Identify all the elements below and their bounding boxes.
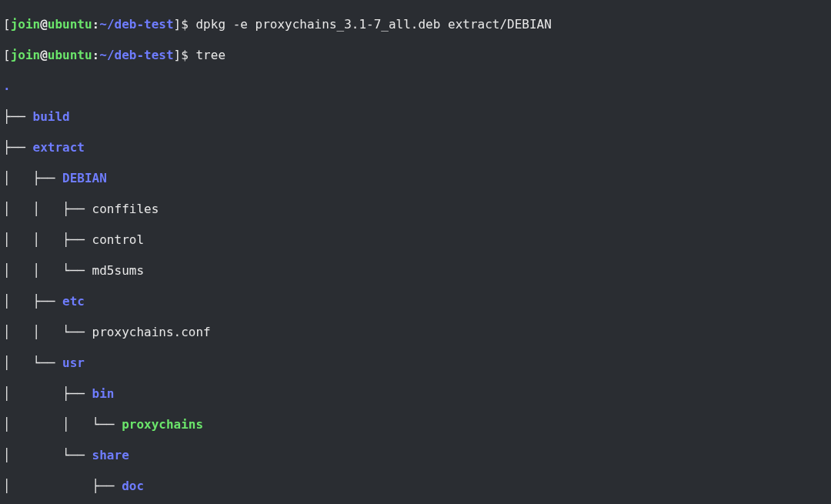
prompt-rbracket: ]	[174, 17, 182, 32]
tree-row: │ │ └── md5sums	[3, 263, 828, 279]
prompt-line-1: [join@ubuntu:~/deb-test]$ dpkg -e proxyc…	[3, 17, 828, 32]
tree-row: │ └── share	[3, 448, 828, 463]
command-1: dpkg -e proxychains_3.1-7_all.deb extrac…	[195, 17, 551, 32]
tree-row: │ ├── bin	[3, 386, 828, 402]
dir-share: share	[92, 448, 129, 462]
dir-debian: DEBIAN	[62, 171, 107, 185]
tree-row: │ │ └── proxychains	[3, 417, 828, 432]
file-conffiles: conffiles	[92, 202, 159, 216]
dir-usr: usr	[62, 355, 85, 370]
tree-root: .	[3, 78, 828, 94]
dir-build: build	[33, 109, 70, 124]
tree-row: │ ├── doc	[3, 479, 828, 494]
tree-row: │ ├── DEBIAN	[3, 171, 828, 186]
prompt-colon: :	[92, 17, 100, 32]
tree-row: ├── build	[3, 109, 828, 125]
dir-extract: extract	[33, 140, 85, 155]
prompt-host: ubuntu	[48, 17, 92, 32]
prompt-user: join	[11, 17, 41, 32]
prompt-dollar: $	[181, 17, 195, 32]
file-proxychains-conf: proxychains.conf	[92, 325, 211, 339]
tree-row: │ ├── etc	[3, 294, 828, 309]
tree-row: ├── extract	[3, 140, 828, 155]
tree-row: │ └── usr	[3, 355, 828, 371]
dir-etc: etc	[62, 294, 85, 309]
terminal[interactable]: [join@ubuntu:~/deb-test]$ dpkg -e proxyc…	[0, 0, 831, 504]
file-md5sums: md5sums	[92, 263, 144, 278]
prompt-line-2: [join@ubuntu:~/deb-test]$ tree	[3, 48, 828, 63]
tree-row: │ │ ├── control	[3, 232, 828, 248]
command-2: tree	[195, 48, 225, 62]
prompt-path: ~/deb-test	[99, 17, 173, 32]
dir-doc: doc	[122, 479, 144, 493]
prompt-at: @	[40, 17, 48, 32]
exe-proxychains: proxychains	[122, 417, 203, 432]
file-control: control	[92, 232, 144, 247]
prompt-lbracket: [	[3, 17, 11, 32]
tree-row: │ │ └── proxychains.conf	[3, 325, 828, 340]
dir-bin: bin	[92, 386, 115, 401]
tree-row: │ │ ├── conffiles	[3, 202, 828, 217]
